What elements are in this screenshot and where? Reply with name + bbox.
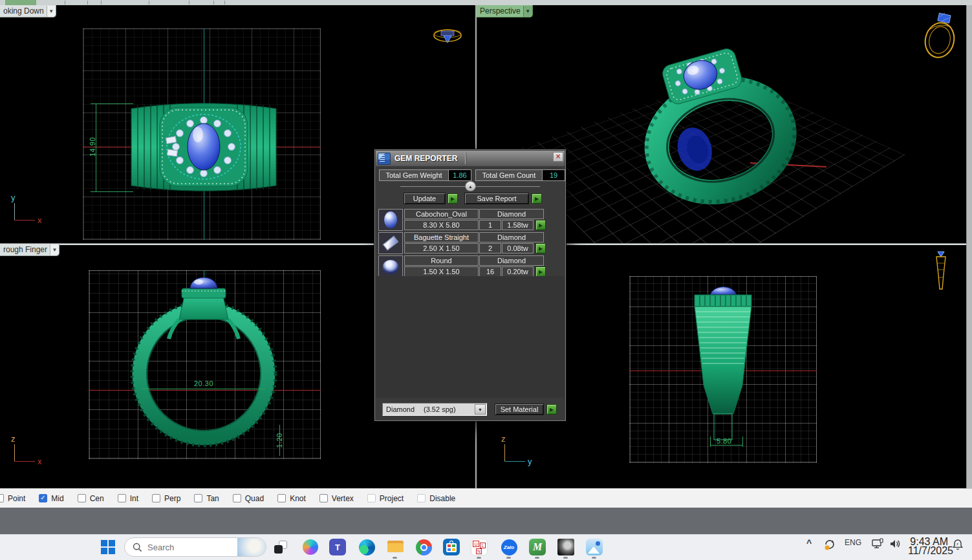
viewport-dropdown-icon[interactable]: ▼ [50,244,59,255]
osnap-label-vertex[interactable]: Vertex [332,494,354,503]
dimension-shank-width: 5.80 [717,437,731,445]
viewport-title-looking-down[interactable]: oking Down ▼ [0,5,56,17]
task-view-button[interactable] [272,538,290,556]
update-pending-icon [823,538,836,551]
gem-weight: 0.08tw [502,243,534,253]
start-button[interactable] [99,538,117,556]
osnap-label-knot[interactable]: Knot [290,494,306,503]
close-icon[interactable]: × [553,152,563,162]
dimension-band-thickness: 1.20 [275,433,283,447]
gem-row-baguette-straight: Baguette Straight Diamond 2.50 X 1.50 2 … [378,232,563,254]
gem-reporter-icon [378,153,391,165]
tray-language-button[interactable]: ENG [843,538,863,547]
osnap-checkbox-tan[interactable] [194,494,202,502]
viewport-dropdown-icon[interactable]: ▼ [47,6,56,17]
photos-button[interactable] [585,538,603,556]
edge-button[interactable] [358,538,376,556]
collapse-panel-button[interactable]: ▲ [465,181,476,191]
osnap-label-cen[interactable]: Cen [90,494,104,503]
search-icon [133,543,142,552]
dropdown-arrow-icon[interactable]: ▼ [475,404,486,415]
osnap-label-mid[interactable]: Mid [51,494,63,503]
osnap-label-tan[interactable]: Tan [206,494,219,503]
gem-row-arrow-button[interactable]: ▶ [535,266,546,277]
microsoft-store-button[interactable] [442,538,460,556]
speaker-icon [889,538,902,550]
search-input[interactable] [147,543,225,552]
chrome-button[interactable] [415,538,433,556]
gem-weight: 1.58tw [502,220,534,230]
dialog-titlebar[interactable]: GEM REPORTER [376,151,565,166]
total-gem-weight-label: Total Gem Weight [379,169,449,181]
osnap-checkbox-point[interactable] [0,494,4,502]
matrix-button[interactable]: M [528,538,546,556]
network-icon [871,538,884,550]
gem-row-cabochon-oval: Cabochon_Oval Diamond 8.30 X 5.80 1 1.58… [378,209,563,231]
teams-icon: T [329,539,346,555]
chrome-icon [416,539,432,555]
matrix-icon: M [533,541,542,553]
save-report-button[interactable]: Save Report [464,193,529,204]
gem-count: 1 [479,220,501,230]
viewport-title-perspective[interactable]: Perspective ▼ [477,5,533,17]
toolbar-remnant [0,0,972,5]
gold-ring-top-view-icon [432,25,463,47]
osnap-checkbox-mid[interactable] [39,494,47,502]
tray-clock[interactable]: 9:43 AM 11/7/2025 [908,537,948,555]
gem-size: 2.50 X 1.50 [404,243,479,253]
baguette-gem-icon [378,232,403,254]
tray-show-hidden-button[interactable]: ^ [802,538,816,548]
file-explorer-button[interactable] [386,538,404,556]
osnap-label-perp[interactable]: Perp [164,494,180,503]
gem-material: Diamond [479,255,544,266]
chevron-up-icon: ^ [806,538,812,548]
render-app-icon [557,539,574,555]
set-material-button[interactable]: Set Material [495,404,544,415]
unikey-button[interactable]: U L N [470,538,488,556]
copilot-button[interactable] [301,538,319,556]
ring-side-view [684,282,762,444]
tray-volume-button[interactable] [887,538,903,550]
update-button[interactable]: Update [404,193,446,204]
gem-row-arrow-button[interactable]: ▶ [535,220,546,230]
tray-network-button[interactable] [869,538,886,550]
osnap-label-int[interactable]: Int [130,494,138,503]
ring-perspective-view [627,45,808,207]
dimension-inner-diameter: 20.30 [194,380,213,387]
osnap-checkbox-perp[interactable] [152,494,160,502]
toolbar-remnant-active-chip [5,0,36,5]
total-gem-count-label: Total Gem Count [475,169,543,181]
osnap-checkbox-vertex[interactable] [319,494,328,502]
osnap-checkbox-cen[interactable] [78,494,86,502]
osnap-checkbox-project[interactable] [367,494,376,502]
gem-row-arrow-button[interactable]: ▶ [535,243,546,253]
render-app-button[interactable] [557,538,575,556]
viewport-dropdown-icon[interactable]: ▼ [523,6,532,17]
osnap-label-point[interactable]: Point [8,494,25,503]
update-arrow-button[interactable]: ▶ [448,193,458,204]
osnap-label-quad[interactable]: Quad [245,494,264,503]
osnap-checkbox-quad[interactable] [233,494,241,502]
osnap-checkbox-knot[interactable] [277,494,286,502]
viewport-title-through-finger[interactable]: rough Finger ▼ [0,244,59,256]
material-select-detail: (3.52 spg) [424,405,456,413]
set-material-arrow-button[interactable]: ▶ [546,404,557,415]
gem-size: 8.30 X 5.80 [404,220,479,230]
teams-button[interactable]: T [329,538,347,556]
osnap-checkbox-int[interactable] [118,494,126,502]
zalo-icon: Zalo [504,544,514,550]
osnap-label-disable[interactable]: Disable [429,494,455,503]
material-select[interactable]: Diamond (3.52 spg) ▼ [382,403,487,416]
gem-material: Diamond [479,232,544,242]
osnap-checkbox-disable[interactable] [417,494,426,502]
gem-material: Diamond [479,209,544,219]
cabochon-oval-gem-icon [378,209,403,231]
right-panel-edge [966,5,972,488]
search-highlight-image[interactable] [237,538,266,556]
save-report-arrow-button[interactable]: ▶ [532,193,542,204]
osnap-label-project[interactable]: Project [380,494,404,503]
taskbar-search[interactable] [124,537,266,557]
tray-notifications-button[interactable]: z [949,538,966,551]
zalo-button[interactable]: Zalo [500,538,518,556]
tray-update-button[interactable] [821,538,838,551]
